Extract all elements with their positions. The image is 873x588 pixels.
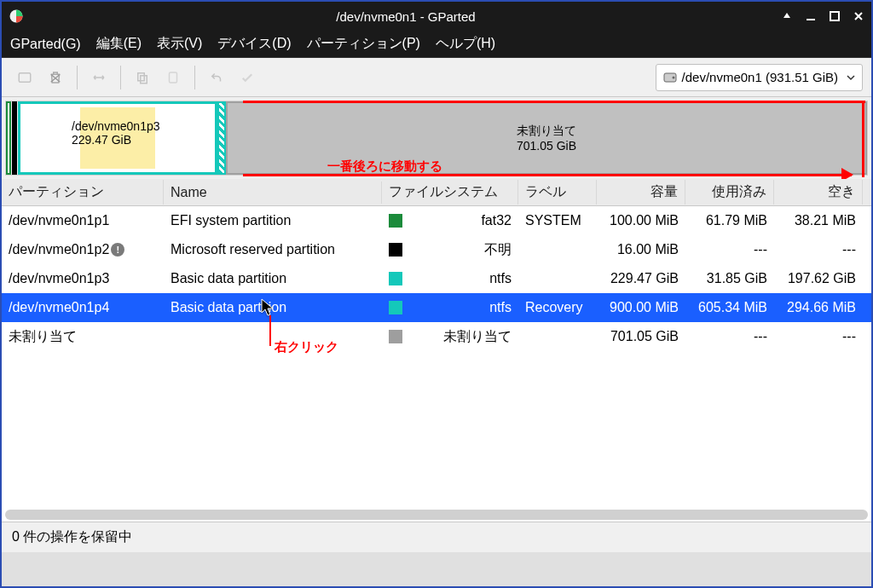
cell-used: 61.79 MiB xyxy=(706,213,767,228)
menu-partition[interactable]: パーティション(P) xyxy=(307,35,420,53)
cell-partition: /dev/nvme0n1p1 xyxy=(9,213,109,228)
app-icon xyxy=(9,9,24,24)
menu-view[interactable]: 表示(V) xyxy=(157,35,202,53)
svg-rect-1 xyxy=(807,19,815,20)
delete-partition-button[interactable] xyxy=(41,63,70,92)
annotation-right-border xyxy=(862,101,864,177)
undo-button[interactable] xyxy=(202,63,231,92)
cell-label: SYSTEM xyxy=(525,213,581,228)
cell-free: --- xyxy=(842,329,856,344)
cell-free: 38.21 MiB xyxy=(795,213,856,228)
cell-partition: /dev/nvme0n1p2 xyxy=(9,242,109,257)
col-filesystem[interactable]: ファイルシステム xyxy=(382,180,518,205)
col-used[interactable]: 使用済み xyxy=(685,180,774,205)
disk-seg-p4[interactable] xyxy=(217,101,226,175)
chevron-down-icon xyxy=(847,70,855,84)
cell-fs: 不明 xyxy=(418,241,512,259)
apply-button[interactable] xyxy=(233,63,262,92)
resize-move-button[interactable] xyxy=(84,63,113,92)
fs-swatch xyxy=(389,272,402,285)
fs-swatch xyxy=(389,243,402,257)
col-free[interactable]: 空き xyxy=(774,180,863,205)
paste-button[interactable] xyxy=(159,63,188,92)
table-row[interactable]: /dev/nvme0n1p2! Microsoft reserved parti… xyxy=(2,235,871,264)
annotation-move-text: 一番後ろに移動する xyxy=(327,159,442,175)
table-row[interactable]: /dev/nvme0n1p3 Basic data partition ntfs… xyxy=(2,264,871,293)
cell-name: Microsoft reserved partition xyxy=(171,242,335,257)
cell-size: 701.05 GiB xyxy=(610,329,679,344)
disk-seg-p3[interactable]: /dev/nvme0n1p3 229.47 GiB xyxy=(18,101,217,175)
table-row[interactable]: 未割り当て 未割り当て 701.05 GiB --- --- xyxy=(2,322,871,351)
cell-used: 31.85 GiB xyxy=(707,271,767,286)
cell-free: --- xyxy=(842,242,856,257)
info-icon: ! xyxy=(111,243,124,257)
cell-size: 100.00 MiB xyxy=(610,213,679,228)
cell-free: 197.62 GiB xyxy=(788,271,856,286)
annotation-top-border xyxy=(243,101,865,103)
annotation-rclick-text: 右クリック xyxy=(275,339,338,355)
cell-used: --- xyxy=(754,329,767,344)
fs-swatch xyxy=(389,301,402,314)
svg-rect-2 xyxy=(830,12,839,20)
copy-button[interactable] xyxy=(128,63,157,92)
col-partition[interactable]: パーティション xyxy=(2,180,164,205)
disk-icon xyxy=(663,71,677,84)
col-label[interactable]: ラベル xyxy=(518,180,597,205)
status-text: 0 件の操作を保留中 xyxy=(12,528,132,546)
disk-seg-unalloc-size: 701.05 GiB xyxy=(517,139,576,153)
table-header: パーティション Name ファイルシステム ラベル 容量 使用済み 空き xyxy=(2,179,871,206)
col-size[interactable]: 容量 xyxy=(597,180,685,205)
annotation-rclick-line xyxy=(269,315,271,346)
new-partition-button[interactable] xyxy=(10,63,39,92)
cell-name: EFI system partition xyxy=(171,213,291,228)
device-selector-label: /dev/nvme0n1 (931.51 GiB) xyxy=(682,70,838,84)
table-row-selected[interactable]: /dev/nvme0n1p4 Basic data partition ntfs… xyxy=(2,293,871,322)
cell-partition: 未割り当て xyxy=(9,328,77,346)
menu-edit[interactable]: 編集(E) xyxy=(96,35,142,53)
disk-seg-p1[interactable] xyxy=(6,101,11,175)
disk-map: /dev/nvme0n1p3 229.47 GiB 未割り当て 701.05 G… xyxy=(2,97,871,179)
svg-rect-6 xyxy=(170,72,177,83)
cell-used: 605.34 MiB xyxy=(698,300,767,315)
fs-swatch xyxy=(389,330,402,343)
svg-rect-3 xyxy=(19,72,31,82)
annotation-arrow xyxy=(243,174,852,176)
menu-help[interactable]: ヘルプ(H) xyxy=(436,35,495,53)
col-name[interactable]: Name xyxy=(164,182,382,204)
cell-partition: /dev/nvme0n1p4 xyxy=(9,300,109,315)
fs-swatch xyxy=(389,214,402,228)
cell-fs: ntfs xyxy=(418,300,512,315)
disk-seg-p2[interactable] xyxy=(12,101,17,175)
window-minimize-icon[interactable] xyxy=(805,10,817,22)
toolbar: /dev/nvme0n1 (931.51 GiB) xyxy=(2,58,871,97)
window-up-icon[interactable] xyxy=(781,10,793,22)
window-maximize-icon[interactable] xyxy=(829,10,841,22)
cell-partition: /dev/nvme0n1p3 xyxy=(9,271,109,286)
horizontal-scrollbar[interactable] xyxy=(5,510,868,520)
cell-used: --- xyxy=(754,242,767,257)
cell-size: 900.00 MiB xyxy=(610,300,679,315)
cell-fs: 未割り当て xyxy=(418,328,512,346)
svg-point-8 xyxy=(672,76,674,78)
disk-seg-p3-size: 229.47 GiB xyxy=(72,133,160,147)
menubar: GParted(G) 編集(E) 表示(V) デバイス(D) パーティション(P… xyxy=(2,31,871,58)
cell-fs: ntfs xyxy=(418,271,512,286)
disk-seg-unallocated[interactable]: 未割り当て 701.05 GiB xyxy=(226,101,867,175)
titlebar: /dev/nvme0n1 - GParted xyxy=(2,2,871,31)
cell-name: Basic data partition xyxy=(171,300,286,315)
cell-free: 294.66 MiB xyxy=(787,300,856,315)
window-close-icon[interactable] xyxy=(853,10,864,22)
cell-name: Basic data partition xyxy=(171,271,286,286)
cell-label: Recovery xyxy=(525,300,583,315)
disk-seg-p3-name: /dev/nvme0n1p3 xyxy=(72,119,160,133)
menu-device[interactable]: デバイス(D) xyxy=(217,35,291,53)
table-row[interactable]: /dev/nvme0n1p1 EFI system partition fat3… xyxy=(2,206,871,235)
cell-fs: fat32 xyxy=(418,213,512,228)
cell-size: 16.00 MiB xyxy=(617,242,679,257)
window-title: /dev/nvme0n1 - GParted xyxy=(31,9,781,24)
disk-seg-unalloc-name: 未割り当て xyxy=(517,124,576,139)
menu-gparted[interactable]: GParted(G) xyxy=(10,37,81,52)
device-selector[interactable]: /dev/nvme0n1 (931.51 GiB) xyxy=(656,64,863,91)
partition-table: パーティション Name ファイルシステム ラベル 容量 使用済み 空き /de… xyxy=(2,179,871,522)
cell-size: 229.47 GiB xyxy=(610,271,679,286)
